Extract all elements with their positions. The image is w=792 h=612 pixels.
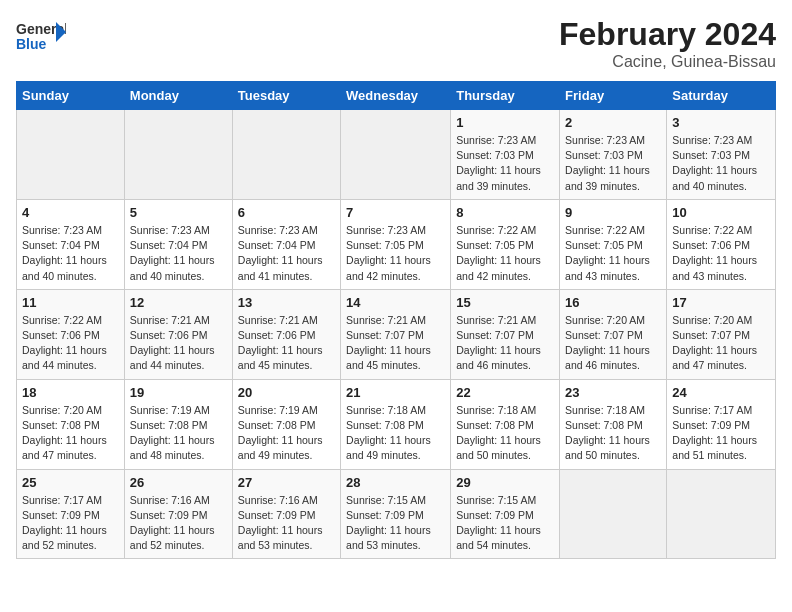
calendar-cell: 26Sunrise: 7:16 AMSunset: 7:09 PMDayligh… bbox=[124, 469, 232, 559]
day-info: Sunrise: 7:22 AMSunset: 7:05 PMDaylight:… bbox=[565, 223, 661, 284]
calendar-cell: 5Sunrise: 7:23 AMSunset: 7:04 PMDaylight… bbox=[124, 199, 232, 289]
day-info: Sunrise: 7:22 AMSunset: 7:05 PMDaylight:… bbox=[456, 223, 554, 284]
calendar-cell bbox=[232, 110, 340, 200]
day-info: Sunrise: 7:19 AMSunset: 7:08 PMDaylight:… bbox=[238, 403, 335, 464]
svg-text:Blue: Blue bbox=[16, 36, 47, 52]
day-info: Sunrise: 7:17 AMSunset: 7:09 PMDaylight:… bbox=[22, 493, 119, 554]
day-info: Sunrise: 7:23 AMSunset: 7:05 PMDaylight:… bbox=[346, 223, 445, 284]
weekday-header-saturday: Saturday bbox=[667, 82, 776, 110]
calendar-cell bbox=[124, 110, 232, 200]
day-number: 27 bbox=[238, 475, 335, 490]
day-number: 14 bbox=[346, 295, 445, 310]
day-number: 24 bbox=[672, 385, 770, 400]
day-info: Sunrise: 7:15 AMSunset: 7:09 PMDaylight:… bbox=[456, 493, 554, 554]
calendar-cell: 1Sunrise: 7:23 AMSunset: 7:03 PMDaylight… bbox=[451, 110, 560, 200]
day-number: 22 bbox=[456, 385, 554, 400]
day-info: Sunrise: 7:21 AMSunset: 7:06 PMDaylight:… bbox=[130, 313, 227, 374]
calendar-table: SundayMondayTuesdayWednesdayThursdayFrid… bbox=[16, 81, 776, 559]
day-number: 7 bbox=[346, 205, 445, 220]
calendar-cell: 12Sunrise: 7:21 AMSunset: 7:06 PMDayligh… bbox=[124, 289, 232, 379]
calendar-cell: 15Sunrise: 7:21 AMSunset: 7:07 PMDayligh… bbox=[451, 289, 560, 379]
calendar-cell bbox=[17, 110, 125, 200]
day-number: 8 bbox=[456, 205, 554, 220]
day-number: 2 bbox=[565, 115, 661, 130]
day-info: Sunrise: 7:18 AMSunset: 7:08 PMDaylight:… bbox=[456, 403, 554, 464]
day-number: 6 bbox=[238, 205, 335, 220]
day-info: Sunrise: 7:21 AMSunset: 7:06 PMDaylight:… bbox=[238, 313, 335, 374]
day-number: 20 bbox=[238, 385, 335, 400]
calendar-cell: 10Sunrise: 7:22 AMSunset: 7:06 PMDayligh… bbox=[667, 199, 776, 289]
logo-mark: General Blue bbox=[16, 16, 66, 62]
calendar-title: February 2024 bbox=[559, 16, 776, 53]
day-info: Sunrise: 7:22 AMSunset: 7:06 PMDaylight:… bbox=[22, 313, 119, 374]
day-info: Sunrise: 7:23 AMSunset: 7:03 PMDaylight:… bbox=[565, 133, 661, 194]
day-number: 29 bbox=[456, 475, 554, 490]
day-number: 17 bbox=[672, 295, 770, 310]
calendar-cell: 18Sunrise: 7:20 AMSunset: 7:08 PMDayligh… bbox=[17, 379, 125, 469]
calendar-cell: 23Sunrise: 7:18 AMSunset: 7:08 PMDayligh… bbox=[560, 379, 667, 469]
day-info: Sunrise: 7:22 AMSunset: 7:06 PMDaylight:… bbox=[672, 223, 770, 284]
day-info: Sunrise: 7:23 AMSunset: 7:04 PMDaylight:… bbox=[22, 223, 119, 284]
calendar-cell: 24Sunrise: 7:17 AMSunset: 7:09 PMDayligh… bbox=[667, 379, 776, 469]
weekday-header-sunday: Sunday bbox=[17, 82, 125, 110]
day-info: Sunrise: 7:18 AMSunset: 7:08 PMDaylight:… bbox=[346, 403, 445, 464]
day-info: Sunrise: 7:18 AMSunset: 7:08 PMDaylight:… bbox=[565, 403, 661, 464]
day-info: Sunrise: 7:23 AMSunset: 7:04 PMDaylight:… bbox=[238, 223, 335, 284]
day-info: Sunrise: 7:17 AMSunset: 7:09 PMDaylight:… bbox=[672, 403, 770, 464]
calendar-cell bbox=[667, 469, 776, 559]
weekday-header-friday: Friday bbox=[560, 82, 667, 110]
weekday-header-wednesday: Wednesday bbox=[341, 82, 451, 110]
calendar-cell: 3Sunrise: 7:23 AMSunset: 7:03 PMDaylight… bbox=[667, 110, 776, 200]
day-number: 13 bbox=[238, 295, 335, 310]
weekday-header-monday: Monday bbox=[124, 82, 232, 110]
calendar-cell: 11Sunrise: 7:22 AMSunset: 7:06 PMDayligh… bbox=[17, 289, 125, 379]
calendar-cell: 4Sunrise: 7:23 AMSunset: 7:04 PMDaylight… bbox=[17, 199, 125, 289]
page-header: General Blue February 2024 Cacine, Guine… bbox=[16, 16, 776, 71]
day-info: Sunrise: 7:20 AMSunset: 7:07 PMDaylight:… bbox=[565, 313, 661, 374]
day-info: Sunrise: 7:19 AMSunset: 7:08 PMDaylight:… bbox=[130, 403, 227, 464]
day-number: 11 bbox=[22, 295, 119, 310]
day-number: 15 bbox=[456, 295, 554, 310]
day-number: 26 bbox=[130, 475, 227, 490]
day-info: Sunrise: 7:21 AMSunset: 7:07 PMDaylight:… bbox=[346, 313, 445, 374]
day-info: Sunrise: 7:23 AMSunset: 7:03 PMDaylight:… bbox=[456, 133, 554, 194]
calendar-cell bbox=[341, 110, 451, 200]
day-info: Sunrise: 7:23 AMSunset: 7:04 PMDaylight:… bbox=[130, 223, 227, 284]
day-number: 4 bbox=[22, 205, 119, 220]
day-number: 23 bbox=[565, 385, 661, 400]
calendar-cell: 20Sunrise: 7:19 AMSunset: 7:08 PMDayligh… bbox=[232, 379, 340, 469]
day-number: 19 bbox=[130, 385, 227, 400]
day-info: Sunrise: 7:15 AMSunset: 7:09 PMDaylight:… bbox=[346, 493, 445, 554]
calendar-cell: 16Sunrise: 7:20 AMSunset: 7:07 PMDayligh… bbox=[560, 289, 667, 379]
day-number: 28 bbox=[346, 475, 445, 490]
day-info: Sunrise: 7:21 AMSunset: 7:07 PMDaylight:… bbox=[456, 313, 554, 374]
calendar-cell: 19Sunrise: 7:19 AMSunset: 7:08 PMDayligh… bbox=[124, 379, 232, 469]
logo: General Blue bbox=[16, 16, 66, 62]
weekday-header-tuesday: Tuesday bbox=[232, 82, 340, 110]
day-number: 10 bbox=[672, 205, 770, 220]
calendar-cell: 9Sunrise: 7:22 AMSunset: 7:05 PMDaylight… bbox=[560, 199, 667, 289]
day-number: 9 bbox=[565, 205, 661, 220]
day-info: Sunrise: 7:16 AMSunset: 7:09 PMDaylight:… bbox=[238, 493, 335, 554]
calendar-cell: 17Sunrise: 7:20 AMSunset: 7:07 PMDayligh… bbox=[667, 289, 776, 379]
title-section: February 2024 Cacine, Guinea-Bissau bbox=[559, 16, 776, 71]
calendar-cell: 13Sunrise: 7:21 AMSunset: 7:06 PMDayligh… bbox=[232, 289, 340, 379]
calendar-cell: 14Sunrise: 7:21 AMSunset: 7:07 PMDayligh… bbox=[341, 289, 451, 379]
calendar-subtitle: Cacine, Guinea-Bissau bbox=[559, 53, 776, 71]
day-number: 21 bbox=[346, 385, 445, 400]
day-number: 12 bbox=[130, 295, 227, 310]
calendar-cell: 25Sunrise: 7:17 AMSunset: 7:09 PMDayligh… bbox=[17, 469, 125, 559]
calendar-cell bbox=[560, 469, 667, 559]
calendar-cell: 6Sunrise: 7:23 AMSunset: 7:04 PMDaylight… bbox=[232, 199, 340, 289]
calendar-cell: 2Sunrise: 7:23 AMSunset: 7:03 PMDaylight… bbox=[560, 110, 667, 200]
weekday-header-thursday: Thursday bbox=[451, 82, 560, 110]
calendar-cell: 8Sunrise: 7:22 AMSunset: 7:05 PMDaylight… bbox=[451, 199, 560, 289]
day-info: Sunrise: 7:16 AMSunset: 7:09 PMDaylight:… bbox=[130, 493, 227, 554]
day-info: Sunrise: 7:23 AMSunset: 7:03 PMDaylight:… bbox=[672, 133, 770, 194]
day-number: 18 bbox=[22, 385, 119, 400]
day-number: 5 bbox=[130, 205, 227, 220]
day-number: 25 bbox=[22, 475, 119, 490]
calendar-cell: 29Sunrise: 7:15 AMSunset: 7:09 PMDayligh… bbox=[451, 469, 560, 559]
calendar-cell: 28Sunrise: 7:15 AMSunset: 7:09 PMDayligh… bbox=[341, 469, 451, 559]
day-number: 3 bbox=[672, 115, 770, 130]
